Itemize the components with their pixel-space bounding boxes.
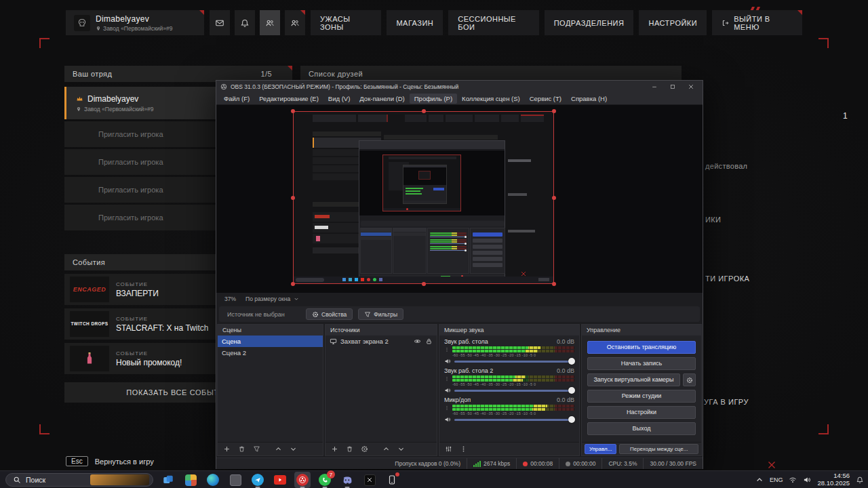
volume-slider[interactable] [454,361,574,363]
player-name: Dimabelyayev [96,14,173,24]
advanced-audio-icon[interactable] [445,445,452,453]
move-scene-down-icon[interactable] [290,445,297,453]
menu-docks[interactable]: Док-панели (D) [355,94,409,104]
virtual-camera-settings-button[interactable] [683,373,696,386]
event-title: Новый промокод! [116,358,182,367]
manage-broadcast-button[interactable]: Управл... [585,444,616,454]
notifications-bell-icon[interactable] [856,476,864,484]
channel-menu-icon[interactable] [444,405,450,411]
friends-button[interactable] [260,10,280,35]
add-scene-icon[interactable] [223,445,231,453]
taskbar-whatsapp-button[interactable]: 7 [317,472,333,488]
taskbar-x-button[interactable] [361,472,378,488]
source-properties-icon[interactable] [361,445,368,453]
filters-button[interactable]: Фильтры [358,308,403,320]
properties-button[interactable]: Свойства [306,308,353,320]
obs-preview-canvas[interactable] [216,105,703,293]
taskbar-telegram-button[interactable] [250,472,266,488]
mini-block [373,278,376,281]
taskbar-obs-button[interactable] [294,472,311,488]
mail-button[interactable] [210,10,230,35]
settings-button[interactable]: Настройки [587,406,696,419]
taskbar-search[interactable]: Поиск [5,473,153,487]
lock-icon[interactable] [425,338,433,345]
speaker-icon[interactable] [444,358,451,365]
search-label: Поиск [26,476,85,484]
move-scene-up-icon[interactable] [275,445,282,453]
sources-dock-header[interactable]: Источники [326,325,437,336]
obs-window: OBS 31.0.3 (БЕЗОПАСНЫЙ РЕЖИМ) - Профиль:… [216,80,703,469]
scene-item-selected[interactable]: Сцена [218,336,323,347]
signal-bars-icon [473,461,481,467]
volume-knob[interactable] [568,416,575,423]
scene-transitions-button[interactable]: Переходы между сце... [619,444,698,454]
taskbar-photos-button[interactable] [182,472,199,488]
source-item-display-capture[interactable]: Захват экрана 2 [326,336,437,347]
stop-streaming-button[interactable]: Остановить трансляцию [587,341,696,354]
start-recording-button[interactable]: Начать запись [587,357,696,370]
nav-settings[interactable]: НАСТРОЙКИ [639,10,707,35]
nav-session-battles[interactable]: СЕССИОННЫЕ БОИ [448,10,538,35]
close-button[interactable] [684,81,698,92]
maximize-button[interactable] [665,81,680,92]
exit-icon [722,19,729,27]
obs-title-bar[interactable]: OBS 31.0.3 (БЕЗОПАСНЫЙ РЕЖИМ) - Профиль:… [216,81,703,92]
nav-zone-horrors[interactable]: УЖАСЫ ЗОНЫ [311,10,381,35]
controls-dock-header[interactable]: Управление [582,325,701,336]
tray-chevron-up-icon[interactable] [755,476,764,484]
tray-clock[interactable]: 14:56 28.10.2025 [817,472,850,487]
move-source-down-icon[interactable] [397,445,405,453]
nav-divisions[interactable]: ПОДРАЗДЕЛЕНИЯ [545,10,634,35]
volume-slider[interactable] [454,390,574,392]
studio-mode-button[interactable]: Режим студии [587,390,696,403]
nav-shop[interactable]: МАГАЗИН [387,10,443,35]
preview-captured-screen[interactable] [293,111,554,284]
exit-button[interactable]: Выход [587,422,696,435]
menu-view[interactable]: Вид (V) [323,94,355,104]
menu-edit[interactable]: Редактирование (E) [254,94,323,104]
speaker-icon[interactable] [444,416,451,423]
visibility-eye-icon[interactable] [414,338,421,345]
volume-slider[interactable] [454,419,574,421]
taskbar-phone-link-button[interactable] [384,472,400,488]
zoom-mode-dropdown[interactable]: По размеру окна [245,296,299,302]
taskbar-youtube-button[interactable] [272,472,288,488]
notifications-button[interactable] [235,10,255,35]
taskbar-discord-button[interactable] [339,472,355,488]
menu-scene-collection[interactable]: Коллекция сцен (S) [457,94,525,104]
taskbar-task-view-button[interactable] [160,472,176,488]
scene-item[interactable]: Сцена 2 [218,347,323,359]
mini-block [406,208,408,210]
remove-scene-icon[interactable] [238,445,245,453]
taskbar-capture-tool-button[interactable] [227,472,243,488]
mini-block [405,115,427,122]
tray-language[interactable]: ENG [770,476,783,483]
return-to-game-control[interactable]: Esc Вернуться в игру [66,456,154,466]
speaker-icon[interactable] [444,387,451,394]
menu-file[interactable]: Файл (F) [219,94,254,104]
scenes-dock-header[interactable]: Сцены [218,325,323,336]
nav-exit-to-menu[interactable]: ВЫЙТИ В МЕНЮ [712,10,802,35]
add-source-icon[interactable] [331,445,338,453]
channel-menu-icon[interactable] [444,376,450,382]
mini-block [393,228,426,232]
move-source-up-icon[interactable] [382,445,390,453]
taskbar-edge-button[interactable] [205,472,221,488]
player-card[interactable]: Dimabelyayev Завод «Первомайский»#9 [66,10,204,35]
volume-knob[interactable] [568,387,575,394]
mixer-menu-icon[interactable] [460,445,467,453]
mini-block [538,278,549,281]
remove-source-icon[interactable] [346,445,353,453]
mixer-dock-header[interactable]: Микшер звука [439,325,579,336]
minimize-button[interactable] [647,81,662,92]
menu-tools[interactable]: Сервис (T) [525,94,566,104]
volume-knob[interactable] [568,358,575,365]
clan-button[interactable] [285,10,305,35]
menu-help[interactable]: Справка (H) [566,94,612,104]
channel-menu-icon[interactable] [444,347,450,352]
volume-icon[interactable] [803,476,811,484]
menu-profile[interactable]: Профиль (P) [410,94,457,104]
scene-filters-icon[interactable] [253,445,260,453]
wifi-icon[interactable] [789,476,797,484]
start-virtual-camera-button[interactable]: Запуск виртуальной камеры [587,373,680,386]
